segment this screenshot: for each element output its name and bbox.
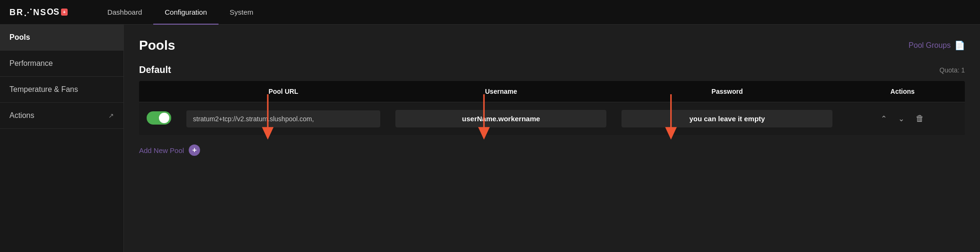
add-pool-row[interactable]: Add New Pool + — [139, 144, 965, 156]
content-header: Pools Pool Groups 📄 — [139, 38, 965, 53]
logo-text: BR⋰NS — [9, 7, 47, 18]
pool-groups-link[interactable]: Pool Groups 📄 — [909, 40, 965, 51]
sidebar: Pools Performance Temperature & Fans Act… — [0, 25, 124, 252]
table-header-row: Pool URL Username Password Actions — [139, 81, 965, 102]
tab-configuration[interactable]: Configuration — [153, 0, 218, 25]
add-pool-label[interactable]: Add New Pool — [139, 146, 184, 154]
password-input[interactable] — [621, 110, 832, 127]
pool-groups-label: Pool Groups — [909, 41, 951, 50]
username-input[interactable] — [395, 110, 606, 127]
sidebar-item-performance[interactable]: Performance — [0, 51, 123, 77]
password-cell — [614, 102, 840, 135]
toggle-cell — [139, 102, 179, 135]
add-pool-icon[interactable]: + — [189, 144, 200, 156]
col-username: Username — [388, 81, 614, 102]
sidebar-item-actions[interactable]: Actions ↗ — [0, 103, 123, 129]
col-pool-url: Pool URL — [179, 81, 388, 102]
col-password: Password — [614, 81, 840, 102]
sidebar-item-pools-label: Pools — [9, 33, 30, 42]
pool-url-cell — [179, 102, 388, 135]
pool-toggle[interactable] — [147, 111, 171, 125]
delete-button[interactable]: 🗑 — [912, 112, 928, 126]
main-layout: Pools Performance Temperature & Fans Act… — [0, 25, 980, 252]
pool-groups-icon: 📄 — [954, 40, 965, 51]
section-title: Default — [139, 64, 171, 75]
tab-dashboard[interactable]: Dashboard — [96, 0, 153, 25]
pool-table: Pool URL Username Password Actions — [139, 81, 965, 135]
logo-os: OS — [47, 7, 59, 17]
actions-cell: ⌃ ⌄ 🗑 — [840, 102, 965, 135]
col-actions: Actions — [840, 81, 965, 102]
quota-text: Quota: 1 — [939, 66, 965, 74]
username-cell — [388, 102, 614, 135]
content-area: Pools Pool Groups 📄 Default Quota: 1 Poo… — [124, 25, 980, 252]
page-title: Pools — [139, 38, 175, 53]
col-toggle — [139, 81, 179, 102]
sidebar-item-temperature-fans-label: Temperature & Fans — [9, 85, 78, 94]
sidebar-item-temperature-fans[interactable]: Temperature & Fans — [0, 77, 123, 103]
logo-badge: + — [61, 9, 68, 16]
move-up-button[interactable]: ⌃ — [877, 112, 891, 125]
sidebar-item-actions-label: Actions — [9, 111, 34, 120]
top-nav: BR⋰NS OS + Dashboard Configuration Syste… — [0, 0, 980, 25]
external-link-icon: ↗ — [108, 112, 114, 119]
row-action-buttons: ⌃ ⌄ 🗑 — [848, 112, 957, 126]
logo: BR⋰NS OS + — [9, 7, 68, 18]
pool-url-input[interactable] — [186, 110, 380, 127]
table-row: ⌃ ⌄ 🗑 — [139, 102, 965, 135]
sidebar-item-pools[interactable]: Pools — [0, 25, 123, 51]
move-down-button[interactable]: ⌄ — [894, 112, 908, 125]
sidebar-item-performance-label: Performance — [9, 59, 53, 68]
section-header: Default Quota: 1 — [139, 64, 965, 75]
nav-tabs: Dashboard Configuration System — [96, 0, 265, 24]
tab-system[interactable]: System — [219, 0, 265, 25]
pools-section: Default Quota: 1 Pool URL Username Passw… — [139, 64, 965, 156]
